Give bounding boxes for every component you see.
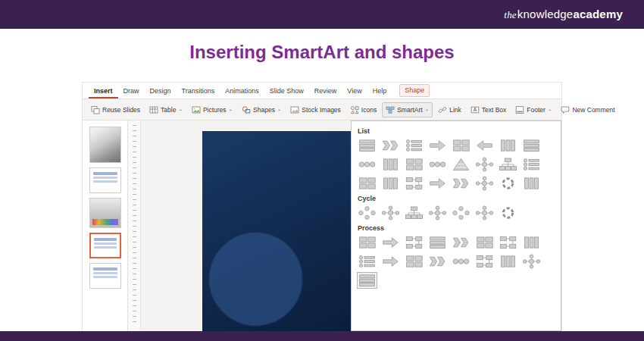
text-box-icon: A bbox=[470, 105, 480, 114]
smartart-grid-process bbox=[357, 234, 555, 289]
smartart-list-option[interactable] bbox=[380, 156, 401, 173]
icons-icon bbox=[350, 105, 359, 114]
smartart-process-option[interactable] bbox=[357, 253, 377, 270]
shapes-icon bbox=[242, 105, 251, 114]
smartart-list-option[interactable] bbox=[451, 156, 471, 173]
toolbar-label: Link bbox=[449, 106, 461, 114]
tab-help[interactable]: Help bbox=[367, 83, 392, 99]
smartart-list-option[interactable] bbox=[498, 175, 518, 192]
tab-transitions[interactable]: Transitions bbox=[177, 83, 220, 99]
toolbar-label: Shapes bbox=[253, 106, 275, 114]
toolbar-icons-button[interactable]: Icons bbox=[346, 102, 380, 117]
reuse-slides-icon bbox=[91, 105, 100, 114]
smartart-process-option[interactable] bbox=[498, 234, 518, 251]
smartart-list-option[interactable] bbox=[521, 156, 542, 173]
toolbar-label: Text Box bbox=[482, 106, 507, 114]
slide-thumbnail[interactable] bbox=[89, 263, 121, 289]
smartart-process-option[interactable] bbox=[404, 234, 424, 251]
smartart-process-option[interactable] bbox=[380, 234, 401, 251]
toolbar-new-comment-button[interactable]: New Comment bbox=[557, 102, 618, 117]
toolbar-pictures-button[interactable]: Pictures⌄ bbox=[188, 102, 236, 117]
tab-slide-show[interactable]: Slide Show bbox=[264, 83, 309, 99]
smartart-list-option[interactable] bbox=[451, 137, 471, 154]
toolbar-label: Stock Images bbox=[302, 106, 341, 114]
smartart-list-option[interactable] bbox=[498, 156, 518, 173]
smartart-list-option[interactable] bbox=[498, 137, 518, 154]
smartart-list-option[interactable] bbox=[474, 156, 495, 173]
smartart-process-option[interactable] bbox=[451, 234, 471, 251]
toolbar-stock-images-button[interactable]: Stock Images bbox=[286, 102, 345, 117]
smartart-list-option[interactable] bbox=[521, 137, 542, 154]
slide-thumbnail[interactable] bbox=[89, 198, 121, 228]
toolbar-reuse-slides-button[interactable]: Reuse Slides bbox=[87, 102, 144, 117]
ribbon-toolbar: Reuse SlidesTable⌄Pictures⌄Shapes⌄Stock … bbox=[83, 99, 561, 120]
smartart-list-option[interactable] bbox=[474, 175, 495, 192]
smartart-list-option[interactable] bbox=[427, 175, 448, 192]
smartart-section-label-cycle: Cycle bbox=[358, 195, 555, 202]
smartart-list-option[interactable] bbox=[380, 137, 401, 154]
smartart-process-option[interactable] bbox=[427, 234, 448, 251]
smartart-process-option[interactable] bbox=[474, 253, 495, 270]
smartart-list-option[interactable] bbox=[451, 175, 471, 192]
tab-view[interactable]: View bbox=[342, 83, 367, 99]
smartart-cycle-option[interactable] bbox=[404, 205, 424, 221]
smartart-list-option[interactable] bbox=[404, 137, 424, 154]
toolbar-text-box-button[interactable]: AText Box bbox=[467, 102, 511, 117]
toolbar-table-button[interactable]: Table⌄ bbox=[145, 102, 186, 117]
slide-thumbnail[interactable] bbox=[89, 167, 121, 193]
smartart-process-option[interactable] bbox=[357, 234, 377, 251]
toolbar-label: Footer bbox=[527, 106, 546, 114]
smartart-list-option[interactable] bbox=[404, 175, 424, 192]
smartart-list-option[interactable] bbox=[357, 156, 377, 173]
smartart-cycle-option[interactable] bbox=[474, 205, 495, 221]
smartart-cycle-option[interactable] bbox=[357, 205, 377, 221]
current-slide[interactable] bbox=[202, 131, 351, 331]
smartart-cycle-option[interactable] bbox=[451, 205, 471, 221]
smartart-process-option[interactable] bbox=[498, 253, 518, 270]
smartart-list-option[interactable] bbox=[357, 137, 377, 154]
slide-canvas bbox=[141, 120, 351, 331]
page-title: Inserting SmartArt and shapes bbox=[0, 42, 644, 63]
smartart-list-option[interactable] bbox=[521, 175, 542, 192]
toolbar-label: New Comment bbox=[572, 106, 614, 114]
smartart-process-option[interactable] bbox=[357, 272, 377, 289]
smartart-list-option[interactable] bbox=[380, 175, 401, 192]
smartart-cycle-option[interactable] bbox=[427, 205, 448, 221]
slide-thumbnail-selected[interactable] bbox=[89, 233, 121, 258]
vertical-ruler bbox=[128, 120, 141, 331]
tab-design[interactable]: Design bbox=[145, 83, 177, 99]
slide-thumbnail[interactable] bbox=[89, 127, 121, 163]
thumbnail-color-strip bbox=[92, 219, 118, 225]
toolbar-smartart-button[interactable]: SmartArt⌄ bbox=[382, 102, 433, 117]
smartart-list-option[interactable] bbox=[404, 156, 424, 173]
bottom-brand-bar bbox=[0, 331, 644, 341]
smartart-list-option[interactable] bbox=[427, 156, 448, 173]
toolbar-link-button[interactable]: Link bbox=[434, 102, 465, 117]
smartart-cycle-option[interactable] bbox=[498, 205, 518, 221]
tab-animations[interactable]: Animations bbox=[220, 83, 264, 99]
smartart-list-option[interactable] bbox=[427, 137, 448, 154]
smartart-process-option[interactable] bbox=[427, 253, 448, 270]
chevron-down-icon: ⌄ bbox=[277, 107, 281, 112]
smartart-cycle-option[interactable] bbox=[380, 205, 401, 221]
tab-shape[interactable]: Shape bbox=[399, 84, 430, 97]
smartart-process-option[interactable] bbox=[404, 253, 424, 270]
smartart-list-option[interactable] bbox=[474, 137, 495, 154]
smartart-process-option[interactable] bbox=[474, 234, 495, 251]
table-icon bbox=[149, 105, 158, 114]
tab-review[interactable]: Review bbox=[309, 83, 342, 99]
toolbar-footer-button[interactable]: Footer⌄ bbox=[511, 102, 555, 117]
smartart-process-option[interactable] bbox=[521, 234, 542, 251]
tab-draw[interactable]: Draw bbox=[118, 83, 145, 99]
top-brand-bar: theknowledgeacademy bbox=[0, 0, 644, 29]
smartart-process-option[interactable] bbox=[451, 253, 471, 270]
smartart-section-label-process: Process bbox=[358, 224, 555, 232]
chevron-down-icon: ⌄ bbox=[229, 107, 233, 112]
toolbar-shapes-button[interactable]: Shapes⌄ bbox=[238, 102, 285, 117]
smartart-process-option[interactable] bbox=[380, 253, 401, 270]
svg-text:A: A bbox=[474, 107, 477, 112]
tab-insert[interactable]: Insert bbox=[89, 83, 118, 99]
smartart-list-option[interactable] bbox=[357, 175, 377, 192]
powerpoint-window: InsertDrawDesignTransitionsAnimationsSli… bbox=[82, 82, 562, 332]
smartart-process-option[interactable] bbox=[521, 253, 542, 270]
